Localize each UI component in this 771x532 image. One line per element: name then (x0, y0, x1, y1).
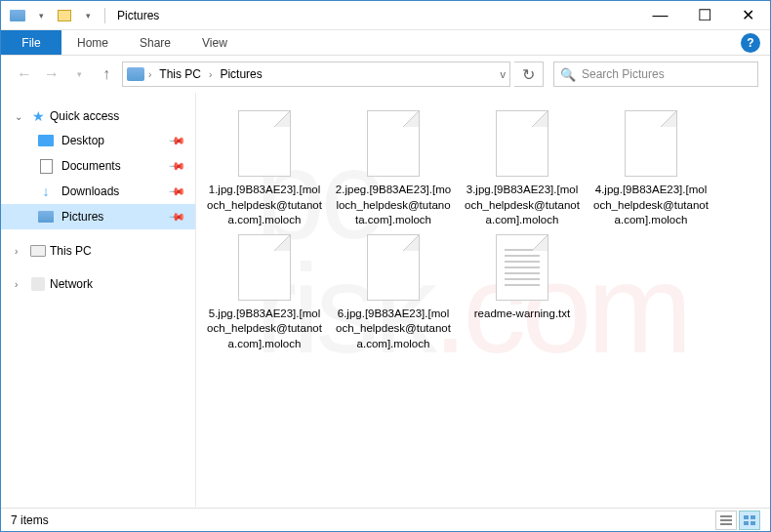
pic-icon (38, 209, 54, 225)
sidebar-item-desktop[interactable]: Desktop📌 (1, 128, 195, 153)
search-icon: 🔍 (560, 67, 576, 82)
star-icon: ★ (30, 108, 46, 124)
doc-icon (38, 158, 54, 174)
crumb-pictures[interactable]: Pictures (216, 67, 265, 81)
svg-rect-5 (744, 521, 749, 525)
ribbon: File Home Share View ? (1, 30, 770, 56)
forward-button[interactable]: → (40, 62, 63, 86)
sidebar-quick-access[interactable]: ⌄ ★ Quick access (1, 104, 195, 128)
file-item[interactable]: 3.jpg.[9B83AE23].[moloch_helpdesk@tutano… (464, 110, 581, 228)
svg-rect-0 (720, 515, 732, 517)
file-icon (367, 234, 420, 301)
down-icon (38, 184, 54, 199)
app-icon (7, 5, 28, 26)
recent-dropdown-icon[interactable]: ▾ (67, 62, 91, 86)
back-button[interactable]: ← (13, 62, 36, 86)
navbar: ← → ▾ ↑ › This PC › Pictures v ↻ 🔍 Searc… (1, 56, 770, 93)
chevron-right-icon[interactable]: › (209, 69, 212, 80)
search-placeholder: Search Pictures (582, 67, 665, 81)
chevron-right-icon[interactable]: › (15, 279, 26, 290)
file-item[interactable]: readme-warning.txt (464, 234, 581, 352)
maximize-button[interactable]: ☐ (682, 1, 726, 29)
qat-caret-icon[interactable]: ▾ (77, 5, 99, 26)
properties-icon[interactable] (54, 5, 75, 26)
statusbar: 7 items (1, 508, 770, 531)
file-name: 3.jpg.[9B83AE23].[moloch_helpdesk@tutano… (464, 183, 581, 228)
file-icon (496, 110, 548, 177)
breadcrumb-dropdown-icon[interactable]: v (501, 68, 507, 80)
navigation-pane: ⌄ ★ Quick access Desktop📌Documents📌Downl… (1, 93, 196, 507)
pin-icon[interactable]: 📌 (167, 156, 185, 175)
pin-icon[interactable]: 📌 (167, 207, 185, 225)
chevron-right-icon[interactable]: › (148, 69, 151, 80)
desk-icon (38, 133, 54, 148)
svg-rect-3 (744, 515, 749, 519)
chevron-down-icon[interactable]: ⌄ (15, 111, 26, 122)
sidebar-item-label: Downloads (61, 184, 119, 198)
titlebar: ▾ ▾ Pictures — ☐ ✕ (1, 1, 770, 30)
svg-rect-2 (720, 523, 732, 525)
chevron-right-icon[interactable]: › (15, 246, 26, 257)
sidebar-item-documents[interactable]: Documents📌 (1, 153, 195, 179)
quick-access-toolbar: ▾ ▾ (1, 5, 99, 26)
file-item[interactable]: 6.jpg.[9B83AE23].[moloch_helpdesk@tutano… (335, 234, 452, 352)
file-item[interactable]: 5.jpg.[9B83AE23].[moloch_helpdesk@tutano… (206, 234, 323, 352)
file-name: 2.jpeg.[9B83AE23].[moloch_helpdesk@tutan… (335, 183, 452, 228)
title-separator (104, 8, 105, 23)
details-view-button[interactable] (715, 511, 737, 530)
sidebar-item-label: Desktop (61, 134, 104, 147)
search-input[interactable]: 🔍 Search Pictures (553, 61, 758, 87)
help-icon[interactable]: ? (741, 33, 760, 53)
file-tab[interactable]: File (1, 30, 61, 55)
minimize-button[interactable]: — (638, 1, 682, 29)
svg-rect-6 (751, 521, 755, 525)
sidebar-network[interactable]: › Network (1, 272, 195, 296)
sidebar-item-label: Pictures (61, 210, 103, 224)
tab-home[interactable]: Home (61, 30, 124, 55)
file-icon (238, 234, 291, 301)
window-title: Pictures (111, 9, 159, 22)
file-name: readme-warning.txt (474, 307, 570, 322)
thumbnails-view-button[interactable] (739, 511, 760, 530)
tab-view[interactable]: View (186, 30, 243, 55)
sidebar-item-downloads[interactable]: Downloads📌 (1, 179, 195, 204)
pin-icon[interactable]: 📌 (167, 182, 185, 200)
file-name: 5.jpg.[9B83AE23].[moloch_helpdesk@tutano… (206, 307, 323, 352)
file-item[interactable]: 4.jpg.[9B83AE23].[moloch_helpdesk@tutano… (592, 110, 710, 228)
pc-icon (30, 243, 46, 259)
crumb-this-pc[interactable]: This PC (155, 67, 205, 81)
content: ⌄ ★ Quick access Desktop📌Documents📌Downl… (1, 93, 770, 507)
qat-dropdown-icon[interactable]: ▾ (30, 5, 52, 26)
file-name: 4.jpg.[9B83AE23].[moloch_helpdesk@tutano… (592, 183, 710, 228)
pin-icon[interactable]: 📌 (167, 131, 185, 149)
sidebar-this-pc[interactable]: › This PC (1, 239, 195, 263)
network-icon (30, 276, 46, 292)
tab-share[interactable]: Share (124, 30, 186, 55)
file-name: 6.jpg.[9B83AE23].[moloch_helpdesk@tutano… (335, 307, 452, 352)
file-icon (367, 110, 420, 177)
svg-rect-1 (720, 519, 732, 521)
file-icon (238, 110, 291, 177)
item-count: 7 items (11, 513, 49, 527)
file-item[interactable]: 1.jpg.[9B83AE23].[moloch_helpdesk@tutano… (206, 110, 323, 228)
file-name: 1.jpg.[9B83AE23].[moloch_helpdesk@tutano… (206, 183, 323, 228)
sidebar-item-label: Documents (61, 159, 121, 173)
svg-rect-4 (751, 515, 755, 519)
up-button[interactable]: ↑ (95, 62, 118, 86)
sidebar-item-pictures[interactable]: Pictures📌 (1, 204, 195, 229)
file-icon (496, 234, 548, 301)
refresh-button[interactable]: ↻ (514, 61, 544, 87)
breadcrumb[interactable]: › This PC › Pictures v (122, 61, 510, 87)
file-icon (625, 110, 677, 177)
location-icon (127, 67, 144, 81)
file-list[interactable]: 1.jpg.[9B83AE23].[moloch_helpdesk@tutano… (196, 93, 770, 507)
close-button[interactable]: ✕ (726, 1, 770, 29)
file-item[interactable]: 2.jpeg.[9B83AE23].[moloch_helpdesk@tutan… (335, 110, 452, 228)
